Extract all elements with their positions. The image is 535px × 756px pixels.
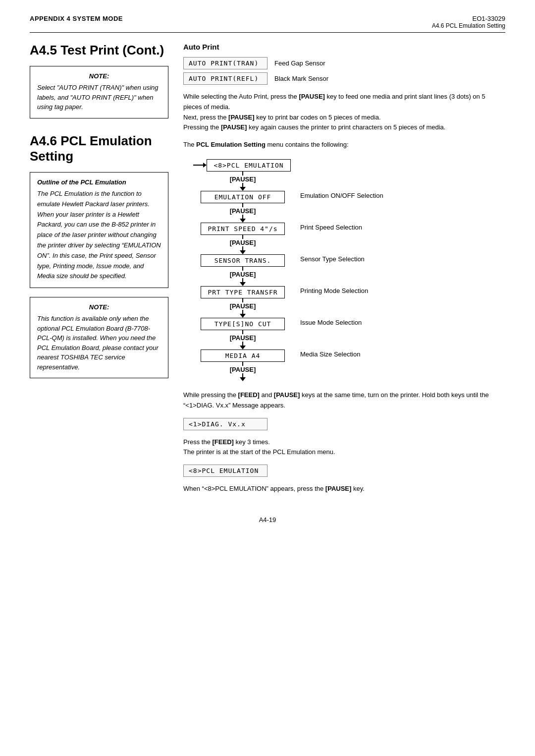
flow-connector-5: [PAUSE] <box>193 298 505 318</box>
lcd-auto-print-refl: AUTO PRINT(REFL) <box>183 72 268 85</box>
flow-label-0 <box>292 159 300 161</box>
note-title-a46: NOTE: <box>37 303 161 311</box>
flow-row-5: TYPE[S]NO CUT Issue Mode Selection <box>193 318 505 330</box>
lcd-pcl-emulation: <8>PCL EMULATION <box>183 465 268 477</box>
section-a45-title: A4.5 Test Print (Cont.) <box>30 43 168 58</box>
note-text-a45: Select "AUTO PRINT (TRAN)" when using la… <box>37 83 161 112</box>
doc-id: EO1-33029 <box>432 15 505 22</box>
flow-box-6: MEDIA A4 <box>201 349 285 362</box>
outline-box: Outline of the PCL Emulation The PCL Emu… <box>30 172 168 288</box>
flow-row-6: MEDIA A4 Media Size Selection <box>193 349 505 362</box>
pcl-box-container: <8>PCL EMULATION <box>183 465 505 477</box>
flow-row-2: PRINT SPEED 4"/s Print Speed Selection <box>193 223 505 235</box>
note-box-a46: NOTE: This function is available only wh… <box>30 297 168 378</box>
lcd-diag: <1>DIAG. Vx.x <box>183 418 268 430</box>
auto-print-row-1: AUTO PRINT(TRAN) Feed Gap Sensor <box>183 57 505 69</box>
flow-box-0: <8>PCL EMULATION <box>207 159 291 172</box>
flow-box-3: SENSOR TRANS. <box>201 254 285 267</box>
flow-row-4: PRT TYPE TRANSFR Printing Mode Selection <box>193 286 505 298</box>
flow-row-1: EMULATION OFF Emulation ON/OFF Selection <box>193 191 505 203</box>
flow-label-4: Printing Mode Selection <box>292 286 368 294</box>
header-right: EO1-33029 A4.6 PCL Emulation Setting <box>432 15 505 29</box>
flow-row-3: SENSOR TRANS. Sensor Type Selection <box>193 254 505 267</box>
label-feed-gap: Feed Gap Sensor <box>274 59 325 67</box>
flow-label-5: Issue Mode Selection <box>292 318 362 326</box>
header-appendix-label: APPENDIX 4 SYSTEM MODE <box>30 15 123 22</box>
flow-left-conn-1: [PAUSE] <box>193 172 292 191</box>
auto-print-subtitle: Auto Print <box>183 43 505 51</box>
flow-box-4: PRT TYPE TRANSFR <box>201 286 285 298</box>
label-black-mark: Black Mark Sensor <box>274 75 328 82</box>
auto-print-body: While selecting the Auto Print, press th… <box>183 92 505 133</box>
flow-label-1: Emulation ON/OFF Selection <box>292 191 383 199</box>
flow-row-0: <8>PCL EMULATION <box>193 159 505 172</box>
flow-box-2: PRINT SPEED 4"/s <box>201 223 285 235</box>
flow-box-1: EMULATION OFF <box>201 191 285 203</box>
flow-label-3: Sensor Type Selection <box>292 254 365 263</box>
auto-print-row-2: AUTO PRINT(REFL) Black Mark Sensor <box>183 72 505 85</box>
body-text-3: Press the [FEED] key 3 times. The printe… <box>183 437 505 458</box>
flowchart: <8>PCL EMULATION [PAUSE] <box>193 159 505 381</box>
body-text-2: While pressing the [FEED] and [PAUSE] ke… <box>183 390 505 411</box>
page-header: APPENDIX 4 SYSTEM MODE EO1-33029 A4.6 PC… <box>30 15 505 33</box>
section-a46-title: A4.6 PCL Emulation Setting <box>30 133 168 164</box>
flow-connector-final: [PAUSE] <box>193 362 505 381</box>
flow-label-6: Media Size Selection <box>292 349 360 358</box>
flow-box-5: TYPE[S]NO CUT <box>201 318 285 330</box>
flow-label-2: Print Speed Selection <box>292 223 362 231</box>
flow-connector-1: [PAUSE] <box>193 172 505 191</box>
flow-left-0: <8>PCL EMULATION <box>193 159 292 172</box>
flow-connector-4: [PAUSE] <box>193 267 505 286</box>
auto-print-boxes: AUTO PRINT(TRAN) Feed Gap Sensor AUTO PR… <box>183 57 505 85</box>
outline-title: Outline of the PCL Emulation <box>37 178 161 186</box>
note-title-a45: NOTE: <box>37 72 161 80</box>
section-ref: A4.6 PCL Emulation Setting <box>432 22 505 29</box>
right-column: Auto Print AUTO PRINT(TRAN) Feed Gap Sen… <box>183 43 505 501</box>
left-column: A4.5 Test Print (Cont.) NOTE: Select "AU… <box>30 43 168 501</box>
pcl-intro-text: The PCL Emulation Setting menu contains … <box>183 140 505 150</box>
section-a46-left: A4.6 PCL Emulation Setting Outline of th… <box>30 133 168 379</box>
flow-connector-3: [PAUSE] <box>193 235 505 254</box>
page-number: A4-19 <box>30 516 505 523</box>
note-text-a46: This function is available only when the… <box>37 314 161 372</box>
flow-connector-6: [PAUSE] <box>193 330 505 349</box>
note-box-a45: NOTE: Select "AUTO PRINT (TRAN)" when us… <box>30 66 168 118</box>
outline-text: The PCL Emulation is the function to emu… <box>37 189 161 282</box>
body-text-4: When “<8>PCL EMULATION” appears, press t… <box>183 484 505 494</box>
lcd-auto-print-tran: AUTO PRINT(TRAN) <box>183 57 268 69</box>
flow-connector-2: [PAUSE] <box>193 203 505 223</box>
page: APPENDIX 4 SYSTEM MODE EO1-33029 A4.6 PC… <box>0 0 535 756</box>
diag-box-container: <1>DIAG. Vx.x <box>183 418 505 430</box>
